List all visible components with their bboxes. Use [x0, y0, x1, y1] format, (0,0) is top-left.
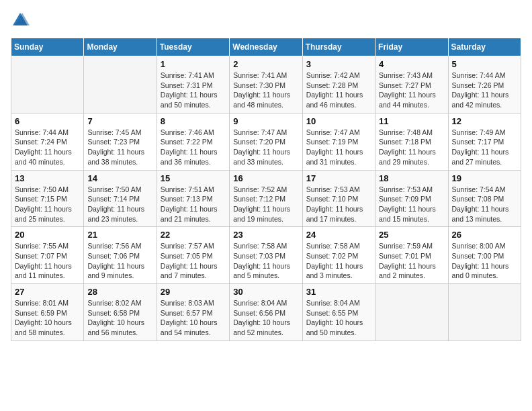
- calendar-cell: 28Sunrise: 8:02 AMSunset: 6:58 PMDayligh…: [84, 284, 157, 341]
- calendar-week-2: 13Sunrise: 7:50 AMSunset: 7:15 PMDayligh…: [11, 170, 521, 227]
- calendar-cell: 30Sunrise: 8:04 AMSunset: 6:56 PMDayligh…: [230, 284, 302, 341]
- calendar-cell: 16Sunrise: 7:52 AMSunset: 7:12 PMDayligh…: [230, 170, 302, 227]
- day-number: 12: [452, 116, 517, 126]
- calendar-cell: 25Sunrise: 7:59 AMSunset: 7:01 PMDayligh…: [375, 227, 448, 284]
- day-number: 31: [306, 287, 371, 297]
- day-info: Sunrise: 7:50 AMSunset: 7:15 PMDaylight:…: [15, 185, 80, 224]
- day-number: 20: [15, 230, 80, 240]
- logo: [11, 11, 32, 30]
- day-info: Sunrise: 7:57 AMSunset: 7:05 PMDaylight:…: [161, 241, 226, 281]
- calendar-cell: 5Sunrise: 7:44 AMSunset: 7:26 PMDaylight…: [448, 56, 521, 113]
- day-info: Sunrise: 7:46 AMSunset: 7:22 PMDaylight:…: [161, 128, 226, 167]
- calendar-cell: [11, 56, 84, 113]
- day-number: 4: [379, 59, 444, 69]
- calendar-cell: 15Sunrise: 7:51 AMSunset: 7:13 PMDayligh…: [157, 170, 229, 227]
- calendar-cell: [448, 284, 521, 341]
- day-info: Sunrise: 7:58 AMSunset: 7:03 PMDaylight:…: [233, 241, 298, 281]
- calendar-cell: 4Sunrise: 7:43 AMSunset: 7:27 PMDaylight…: [375, 56, 448, 113]
- calendar-cell: 11Sunrise: 7:48 AMSunset: 7:18 PMDayligh…: [375, 113, 448, 170]
- day-info: Sunrise: 7:55 AMSunset: 7:07 PMDaylight:…: [15, 241, 80, 281]
- calendar-cell: 8Sunrise: 7:46 AMSunset: 7:22 PMDaylight…: [157, 113, 229, 170]
- calendar-body: 1Sunrise: 7:41 AMSunset: 7:31 PMDaylight…: [11, 56, 521, 341]
- calendar-cell: 2Sunrise: 7:41 AMSunset: 7:30 PMDaylight…: [230, 56, 302, 113]
- day-number: 30: [233, 287, 298, 297]
- day-header-thursday: Thursday: [302, 38, 375, 56]
- day-info: Sunrise: 7:41 AMSunset: 7:31 PMDaylight:…: [161, 71, 226, 110]
- calendar-cell: 14Sunrise: 7:50 AMSunset: 7:14 PMDayligh…: [84, 170, 157, 227]
- calendar-cell: 27Sunrise: 8:01 AMSunset: 6:59 PMDayligh…: [11, 284, 84, 341]
- day-header-friday: Friday: [375, 38, 448, 56]
- day-number: 16: [233, 173, 298, 183]
- day-number: 24: [306, 230, 371, 240]
- day-number: 25: [379, 230, 444, 240]
- day-info: Sunrise: 7:53 AMSunset: 7:10 PMDaylight:…: [306, 185, 371, 224]
- day-number: 8: [161, 116, 226, 126]
- calendar-cell: 24Sunrise: 7:58 AMSunset: 7:02 PMDayligh…: [302, 227, 375, 284]
- day-number: 7: [87, 116, 152, 126]
- calendar-cell: 22Sunrise: 7:57 AMSunset: 7:05 PMDayligh…: [157, 227, 229, 284]
- day-info: Sunrise: 7:44 AMSunset: 7:24 PMDaylight:…: [15, 128, 80, 167]
- day-info: Sunrise: 7:47 AMSunset: 7:19 PMDaylight:…: [306, 128, 371, 167]
- day-info: Sunrise: 8:01 AMSunset: 6:59 PMDaylight:…: [15, 298, 80, 338]
- day-info: Sunrise: 7:56 AMSunset: 7:06 PMDaylight:…: [87, 241, 152, 281]
- calendar-cell: 26Sunrise: 8:00 AMSunset: 7:00 PMDayligh…: [448, 227, 521, 284]
- day-number: 23: [233, 230, 298, 240]
- calendar-cell: 18Sunrise: 7:53 AMSunset: 7:09 PMDayligh…: [375, 170, 448, 227]
- calendar-header: SundayMondayTuesdayWednesdayThursdayFrid…: [11, 38, 521, 56]
- calendar-cell: 10Sunrise: 7:47 AMSunset: 7:19 PMDayligh…: [302, 113, 375, 170]
- day-number: 29: [161, 287, 226, 297]
- calendar-cell: [84, 56, 157, 113]
- day-info: Sunrise: 7:54 AMSunset: 7:08 PMDaylight:…: [452, 185, 517, 224]
- day-number: 15: [161, 173, 226, 183]
- day-number: 2: [233, 59, 298, 69]
- day-header-saturday: Saturday: [448, 38, 521, 56]
- day-number: 6: [15, 116, 80, 126]
- day-info: Sunrise: 7:48 AMSunset: 7:18 PMDaylight:…: [379, 128, 444, 167]
- calendar-cell: 6Sunrise: 7:44 AMSunset: 7:24 PMDaylight…: [11, 113, 84, 170]
- day-number: 13: [15, 173, 80, 183]
- calendar-cell: 29Sunrise: 8:03 AMSunset: 6:57 PMDayligh…: [157, 284, 229, 341]
- day-number: 17: [306, 173, 371, 183]
- day-info: Sunrise: 7:53 AMSunset: 7:09 PMDaylight:…: [379, 185, 444, 224]
- day-info: Sunrise: 7:43 AMSunset: 7:27 PMDaylight:…: [379, 71, 444, 110]
- day-header-wednesday: Wednesday: [230, 38, 302, 56]
- day-header-monday: Monday: [84, 38, 157, 56]
- day-info: Sunrise: 8:00 AMSunset: 7:00 PMDaylight:…: [452, 241, 517, 281]
- calendar-cell: 19Sunrise: 7:54 AMSunset: 7:08 PMDayligh…: [448, 170, 521, 227]
- calendar-cell: 9Sunrise: 7:47 AMSunset: 7:20 PMDaylight…: [230, 113, 302, 170]
- calendar-week-0: 1Sunrise: 7:41 AMSunset: 7:31 PMDaylight…: [11, 56, 521, 113]
- day-info: Sunrise: 7:59 AMSunset: 7:01 PMDaylight:…: [379, 241, 444, 281]
- day-header-sunday: Sunday: [11, 38, 84, 56]
- day-info: Sunrise: 7:58 AMSunset: 7:02 PMDaylight:…: [306, 241, 371, 281]
- day-number: 27: [15, 287, 80, 297]
- day-info: Sunrise: 7:51 AMSunset: 7:13 PMDaylight:…: [161, 185, 226, 224]
- day-number: 18: [379, 173, 444, 183]
- day-number: 19: [452, 173, 517, 183]
- day-number: 10: [306, 116, 371, 126]
- calendar-cell: 7Sunrise: 7:45 AMSunset: 7:23 PMDaylight…: [84, 113, 157, 170]
- logo-icon: [11, 11, 30, 30]
- calendar-cell: 23Sunrise: 7:58 AMSunset: 7:03 PMDayligh…: [230, 227, 302, 284]
- day-info: Sunrise: 7:45 AMSunset: 7:23 PMDaylight:…: [87, 128, 152, 167]
- calendar-table: SundayMondayTuesdayWednesdayThursdayFrid…: [11, 38, 521, 341]
- day-number: 5: [452, 59, 517, 69]
- days-of-week-row: SundayMondayTuesdayWednesdayThursdayFrid…: [11, 38, 521, 56]
- day-info: Sunrise: 8:04 AMSunset: 6:55 PMDaylight:…: [306, 298, 371, 338]
- day-info: Sunrise: 8:04 AMSunset: 6:56 PMDaylight:…: [233, 298, 298, 338]
- calendar-cell: [375, 284, 448, 341]
- day-info: Sunrise: 7:50 AMSunset: 7:14 PMDaylight:…: [87, 185, 152, 224]
- calendar-cell: 12Sunrise: 7:49 AMSunset: 7:17 PMDayligh…: [448, 113, 521, 170]
- day-info: Sunrise: 7:52 AMSunset: 7:12 PMDaylight:…: [233, 185, 298, 224]
- day-number: 9: [233, 116, 298, 126]
- day-number: 1: [161, 59, 226, 69]
- calendar-week-3: 20Sunrise: 7:55 AMSunset: 7:07 PMDayligh…: [11, 227, 521, 284]
- day-header-tuesday: Tuesday: [157, 38, 229, 56]
- calendar-cell: 13Sunrise: 7:50 AMSunset: 7:15 PMDayligh…: [11, 170, 84, 227]
- page-header: [11, 11, 521, 30]
- day-info: Sunrise: 7:49 AMSunset: 7:17 PMDaylight:…: [452, 128, 517, 167]
- day-number: 14: [87, 173, 152, 183]
- calendar-cell: 21Sunrise: 7:56 AMSunset: 7:06 PMDayligh…: [84, 227, 157, 284]
- day-info: Sunrise: 7:44 AMSunset: 7:26 PMDaylight:…: [452, 71, 517, 110]
- day-number: 28: [87, 287, 152, 297]
- calendar-cell: 1Sunrise: 7:41 AMSunset: 7:31 PMDaylight…: [157, 56, 229, 113]
